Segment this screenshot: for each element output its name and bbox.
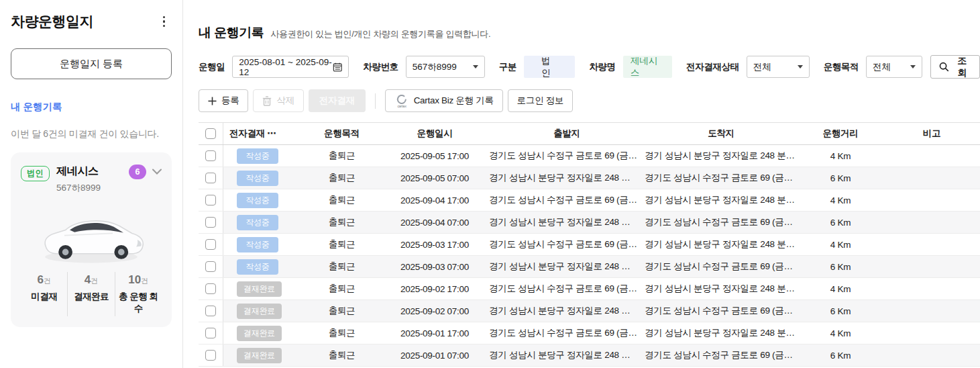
cell-purpose: 출퇴근 [303,189,380,211]
cell-distance: 4 Km [798,145,883,167]
cell-note [883,256,980,277]
table-row[interactable]: 결재완료 출퇴근 2025-09-02 07:00 경기 성남시 분당구 정자일… [199,300,980,322]
stat-pending: 6건 미결재 [21,272,67,316]
dropdown-arrow-icon [798,65,803,68]
row-checkbox[interactable] [205,283,216,294]
stat-pending-unit: 건 [44,277,51,285]
cell-datetime: 2025-09-02 07:00 [380,300,489,322]
cell-arrival: 경기 성남시 분당구 정자일로 248 분… [645,189,798,211]
table-row[interactable]: 작성중 출퇴근 2025-09-04 07:00 경기 성남시 분당구 정자일로… [199,212,980,234]
calendar-icon[interactable] [333,62,343,73]
table-row[interactable]: 작성중 출퇴근 2025-09-05 07:00 경기 성남시 분당구 정자일로… [199,167,980,189]
col-header-datetime[interactable]: 운행일시 [380,123,489,144]
cell-departure: 경기도 성남시 수정구 금토로 69 (금… [489,234,645,255]
register-log-button[interactable]: 운행일지 등록 [11,48,172,79]
col-header-arrival[interactable]: 도착지 [645,123,798,144]
col-header-note[interactable]: 비고 [883,123,980,144]
cell-distance: 4 Km [798,234,883,255]
delete-button[interactable]: 삭제 [253,89,303,112]
kebab-menu-icon[interactable] [156,13,172,30]
cell-purpose: 출퇴근 [303,344,380,366]
e-approval-button[interactable]: 전자결재 [309,89,366,112]
date-range-input[interactable]: 2025-08-01 ~ 2025-09-12 [232,56,349,78]
approval-status-badge: 결재완료 [237,326,282,341]
vehicle-name-chip: 제네시스 [623,56,672,78]
cell-datetime: 2025-09-05 17:00 [380,145,489,167]
stat-approved-label: 결재완료 [68,291,114,303]
cell-arrival: 경기도 성남시 수정구 금토로 69 (금… [645,300,798,322]
svg-text:cartax: cartax [397,104,406,108]
select-all-checkbox[interactable] [205,128,216,139]
vehicle-card-header: 법인 제네시스 567하8999 6 [21,165,162,194]
stat-total-value: 10 [128,273,141,286]
purpose-select[interactable]: 전체 [866,56,922,78]
approval-status-badge: 결재완료 [237,304,282,319]
stat-total-unit: 건 [141,277,148,285]
cell-departure: 경기도 성남시 수정구 금토로 69 (금… [489,145,645,167]
date-filter-label: 운행일 [199,61,225,73]
approval-status-badge: 작성중 [237,259,278,275]
table-row[interactable]: 작성중 출퇴근 2025-09-03 17:00 경기도 성남시 수정구 금토로… [199,234,980,256]
col-header-distance[interactable]: 운행거리 [798,123,883,144]
cell-datetime: 2025-09-03 07:00 [380,256,489,277]
approval-status-badge: 작성중 [237,237,278,252]
row-checkbox[interactable] [205,239,216,250]
stat-approved-unit: 건 [91,277,98,285]
approval-status-select[interactable]: 전체 [747,56,810,78]
car-illustration [32,202,150,267]
chevron-down-icon[interactable] [152,169,162,175]
toolbar-divider [375,93,376,109]
table-row[interactable]: 결재완료 출퇴근 2025-09-01 07:00 경기 성남시 분당구 정자일… [199,344,980,367]
row-checkbox[interactable] [205,261,216,272]
sidebar-item-my-records[interactable]: 내 운행기록 [11,101,172,113]
row-checkbox[interactable] [205,195,216,205]
col-header-approval[interactable]: 전자결재 ⋯ [223,123,303,144]
app-title: 차량운행일지 [11,12,93,31]
vehicle-identity: 제네시스 567하8999 [56,165,101,194]
col-header-departure[interactable]: 출발지 [489,123,645,144]
login-info-button[interactable]: 로그인 정보 [508,89,573,112]
stat-total-label: 총 운행 회수 [115,291,162,315]
search-icon [939,62,949,72]
row-checkbox[interactable] [205,306,216,316]
add-button-label: 등록 [221,95,239,107]
toolbar: 등록 삭제 전자결재 cartax Cartax Biz 운행 기록 로그인 정… [199,89,980,112]
vehicle-name: 제네시스 [56,165,101,179]
cell-purpose: 출퇴근 [303,278,380,300]
row-checkbox[interactable] [205,173,216,183]
cell-arrival: 경기 성남시 분당구 정자일로 248 분… [645,322,798,344]
search-button[interactable]: 조회 [930,55,980,79]
vehicle-no-filter-label: 차량번호 [363,61,398,73]
cell-purpose: 출퇴근 [303,300,380,322]
vehicle-card[interactable]: 법인 제네시스 567하8999 6 [11,152,172,327]
table-row[interactable]: 결재완료 출퇴근 2025-09-02 17:00 경기도 성남시 수정구 금토… [199,278,980,300]
cell-departure: 경기도 성남시 수정구 금토로 69 (금… [489,278,645,300]
row-checkbox[interactable] [205,217,216,228]
row-checkbox[interactable] [205,350,216,361]
table-row[interactable]: 작성중 출퇴근 2025-09-04 17:00 경기도 성남시 수정구 금토로… [199,189,980,212]
cell-datetime: 2025-09-02 17:00 [380,278,489,300]
cell-datetime: 2025-09-01 17:00 [380,322,489,344]
cell-datetime: 2025-09-04 17:00 [380,189,489,211]
purpose-filter-label: 운행목적 [824,61,859,73]
cell-datetime: 2025-09-05 07:00 [380,167,489,189]
approval-status-badge: 작성중 [237,171,278,186]
vehicle-plate: 567하8999 [56,182,101,194]
table-header-row: 전자결재 ⋯ 운행목적 운행일시 출발지 도착지 운행거리 비고 [199,122,980,145]
cell-arrival: 경기도 성남시 수정구 금토로 69 (금… [645,344,798,366]
cell-note [883,189,980,211]
table-row[interactable]: 작성중 출퇴근 2025-09-03 07:00 경기 성남시 분당구 정자일로… [199,256,980,278]
cartax-biz-button[interactable]: cartax Cartax Biz 운행 기록 [385,89,503,112]
row-checkbox[interactable] [205,328,216,338]
add-record-button[interactable]: 등록 [199,89,248,112]
row-checkbox[interactable] [205,150,216,161]
cell-datetime: 2025-09-01 07:00 [380,344,489,366]
table-row[interactable]: 결재완료 출퇴근 2025-09-01 17:00 경기도 성남시 수정구 금토… [199,322,980,344]
col-header-purpose[interactable]: 운행목적 [303,123,380,144]
cell-purpose: 출퇴근 [303,256,380,277]
cell-purpose: 출퇴근 [303,322,380,344]
cell-distance: 6 Km [798,167,883,189]
table-row[interactable]: 작성중 출퇴근 2025-09-05 17:00 경기도 성남시 수정구 금토로… [199,145,980,167]
vehicle-no-select[interactable]: 567하8999 [406,56,485,78]
cell-purpose: 출퇴근 [303,212,380,233]
